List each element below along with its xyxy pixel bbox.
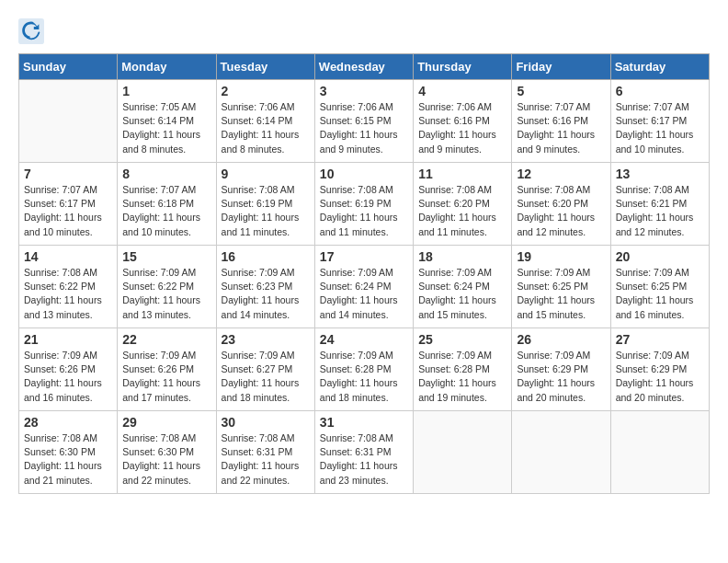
day-info: Sunrise: 7:09 AMSunset: 6:23 PMDaylight:… <box>222 266 310 322</box>
day-info: Sunrise: 7:09 AMSunset: 6:24 PMDaylight:… <box>320 266 408 322</box>
day-info: Sunrise: 7:07 AMSunset: 6:17 PMDaylight:… <box>616 100 704 156</box>
calendar-day-cell: 24Sunrise: 7:09 AMSunset: 6:28 PMDayligh… <box>314 328 413 411</box>
day-number: 9 <box>222 167 310 181</box>
day-number: 3 <box>320 84 408 98</box>
calendar-day-cell: 21Sunrise: 7:09 AMSunset: 6:26 PMDayligh… <box>19 328 118 411</box>
day-number: 11 <box>418 167 506 181</box>
calendar-day-cell: 7Sunrise: 7:07 AMSunset: 6:17 PMDaylight… <box>19 163 118 246</box>
day-number: 4 <box>418 84 506 98</box>
day-number: 23 <box>222 332 310 347</box>
day-info: Sunrise: 7:09 AMSunset: 6:26 PMDaylight:… <box>24 349 112 405</box>
calendar-day-cell: 23Sunrise: 7:09 AMSunset: 6:27 PMDayligh… <box>216 328 314 411</box>
day-number: 31 <box>320 415 408 430</box>
calendar-day-cell: 8Sunrise: 7:07 AMSunset: 6:18 PMDaylight… <box>118 163 216 246</box>
day-info: Sunrise: 7:09 AMSunset: 6:28 PMDaylight:… <box>320 349 408 405</box>
day-info: Sunrise: 7:07 AMSunset: 6:17 PMDaylight:… <box>24 183 112 239</box>
day-number: 25 <box>418 332 506 347</box>
calendar-day-cell: 28Sunrise: 7:08 AMSunset: 6:30 PMDayligh… <box>19 411 118 494</box>
calendar-day-cell: 12Sunrise: 7:08 AMSunset: 6:20 PMDayligh… <box>512 163 610 246</box>
day-number: 28 <box>24 415 112 430</box>
header-thursday: Thursday <box>414 54 512 80</box>
day-number: 5 <box>517 84 605 98</box>
day-info: Sunrise: 7:08 AMSunset: 6:22 PMDaylight:… <box>24 266 112 322</box>
day-number: 10 <box>320 167 408 181</box>
day-number: 19 <box>517 249 605 264</box>
calendar-day-cell: 14Sunrise: 7:08 AMSunset: 6:22 PMDayligh… <box>19 246 118 328</box>
day-number: 1 <box>122 84 210 98</box>
calendar-day-cell: 22Sunrise: 7:09 AMSunset: 6:26 PMDayligh… <box>118 328 216 411</box>
calendar-day-cell: 2Sunrise: 7:06 AMSunset: 6:14 PMDaylight… <box>216 80 314 163</box>
calendar-day-cell: 25Sunrise: 7:09 AMSunset: 6:28 PMDayligh… <box>414 328 512 411</box>
day-number: 6 <box>616 84 704 98</box>
day-info: Sunrise: 7:07 AMSunset: 6:16 PMDaylight:… <box>517 100 605 156</box>
day-info: Sunrise: 7:09 AMSunset: 6:25 PMDaylight:… <box>616 266 704 322</box>
day-number: 17 <box>320 249 408 264</box>
calendar-day-cell: 30Sunrise: 7:08 AMSunset: 6:31 PMDayligh… <box>216 411 314 494</box>
calendar-day-cell: 20Sunrise: 7:09 AMSunset: 6:25 PMDayligh… <box>610 246 709 328</box>
day-number: 30 <box>222 415 310 430</box>
calendar-day-cell: 4Sunrise: 7:06 AMSunset: 6:16 PMDaylight… <box>414 80 512 163</box>
day-info: Sunrise: 7:09 AMSunset: 6:25 PMDaylight:… <box>517 266 605 322</box>
day-info: Sunrise: 7:09 AMSunset: 6:28 PMDaylight:… <box>418 349 506 405</box>
day-info: Sunrise: 7:08 AMSunset: 6:31 PMDaylight:… <box>222 431 310 488</box>
header-monday: Monday <box>118 54 216 80</box>
day-number: 2 <box>222 84 310 98</box>
day-info: Sunrise: 7:08 AMSunset: 6:19 PMDaylight:… <box>222 183 310 239</box>
day-info: Sunrise: 7:08 AMSunset: 6:20 PMDaylight:… <box>517 183 605 239</box>
day-number: 20 <box>616 249 704 264</box>
day-number: 7 <box>24 167 112 181</box>
day-number: 13 <box>616 167 704 181</box>
calendar-header-row: SundayMondayTuesdayWednesdayThursdayFrid… <box>19 54 710 80</box>
day-info: Sunrise: 7:08 AMSunset: 6:31 PMDaylight:… <box>320 431 408 488</box>
header-tuesday: Tuesday <box>216 54 314 80</box>
day-info: Sunrise: 7:08 AMSunset: 6:30 PMDaylight:… <box>24 431 112 488</box>
calendar-week-row: 14Sunrise: 7:08 AMSunset: 6:22 PMDayligh… <box>19 246 710 328</box>
day-info: Sunrise: 7:06 AMSunset: 6:15 PMDaylight:… <box>320 100 408 156</box>
logo <box>18 18 46 44</box>
day-info: Sunrise: 7:08 AMSunset: 6:30 PMDaylight:… <box>122 431 210 488</box>
calendar-day-cell: 29Sunrise: 7:08 AMSunset: 6:30 PMDayligh… <box>118 411 216 494</box>
calendar-day-cell: 15Sunrise: 7:09 AMSunset: 6:22 PMDayligh… <box>118 246 216 328</box>
day-info: Sunrise: 7:08 AMSunset: 6:21 PMDaylight:… <box>616 183 704 239</box>
day-number: 14 <box>24 249 112 264</box>
day-info: Sunrise: 7:06 AMSunset: 6:14 PMDaylight:… <box>222 100 310 156</box>
calendar-day-cell: 3Sunrise: 7:06 AMSunset: 6:15 PMDaylight… <box>314 80 413 163</box>
calendar-day-cell: 27Sunrise: 7:09 AMSunset: 6:29 PMDayligh… <box>610 328 709 411</box>
day-number: 22 <box>122 332 210 347</box>
day-info: Sunrise: 7:08 AMSunset: 6:19 PMDaylight:… <box>320 183 408 239</box>
day-info: Sunrise: 7:09 AMSunset: 6:26 PMDaylight:… <box>122 349 210 405</box>
day-number: 27 <box>616 332 704 347</box>
calendar-week-row: 21Sunrise: 7:09 AMSunset: 6:26 PMDayligh… <box>19 328 710 411</box>
calendar-day-cell <box>19 80 118 163</box>
header-sunday: Sunday <box>19 54 118 80</box>
calendar-day-cell: 16Sunrise: 7:09 AMSunset: 6:23 PMDayligh… <box>216 246 314 328</box>
day-number: 16 <box>222 249 310 264</box>
calendar-day-cell: 1Sunrise: 7:05 AMSunset: 6:14 PMDaylight… <box>118 80 216 163</box>
calendar-day-cell: 17Sunrise: 7:09 AMSunset: 6:24 PMDayligh… <box>314 246 413 328</box>
day-number: 29 <box>122 415 210 430</box>
calendar-day-cell: 26Sunrise: 7:09 AMSunset: 6:29 PMDayligh… <box>512 328 610 411</box>
day-info: Sunrise: 7:09 AMSunset: 6:22 PMDaylight:… <box>122 266 210 322</box>
day-info: Sunrise: 7:05 AMSunset: 6:14 PMDaylight:… <box>122 100 210 156</box>
day-info: Sunrise: 7:09 AMSunset: 6:29 PMDaylight:… <box>616 349 704 405</box>
calendar-day-cell <box>610 411 709 494</box>
calendar-table: SundayMondayTuesdayWednesdayThursdayFrid… <box>18 53 710 494</box>
day-info: Sunrise: 7:09 AMSunset: 6:24 PMDaylight:… <box>418 266 506 322</box>
page-header <box>18 18 710 44</box>
day-number: 24 <box>320 332 408 347</box>
calendar-day-cell <box>414 411 512 494</box>
general-blue-icon <box>18 18 44 44</box>
header-wednesday: Wednesday <box>314 54 413 80</box>
day-info: Sunrise: 7:06 AMSunset: 6:16 PMDaylight:… <box>418 100 506 156</box>
day-number: 8 <box>122 167 210 181</box>
day-number: 21 <box>24 332 112 347</box>
calendar-day-cell: 19Sunrise: 7:09 AMSunset: 6:25 PMDayligh… <box>512 246 610 328</box>
calendar-day-cell: 10Sunrise: 7:08 AMSunset: 6:19 PMDayligh… <box>314 163 413 246</box>
calendar-day-cell: 18Sunrise: 7:09 AMSunset: 6:24 PMDayligh… <box>414 246 512 328</box>
day-info: Sunrise: 7:08 AMSunset: 6:20 PMDaylight:… <box>418 183 506 239</box>
calendar-day-cell: 6Sunrise: 7:07 AMSunset: 6:17 PMDaylight… <box>610 80 709 163</box>
calendar-week-row: 28Sunrise: 7:08 AMSunset: 6:30 PMDayligh… <box>19 411 710 494</box>
day-number: 15 <box>122 249 210 264</box>
header-saturday: Saturday <box>610 54 709 80</box>
header-friday: Friday <box>512 54 610 80</box>
